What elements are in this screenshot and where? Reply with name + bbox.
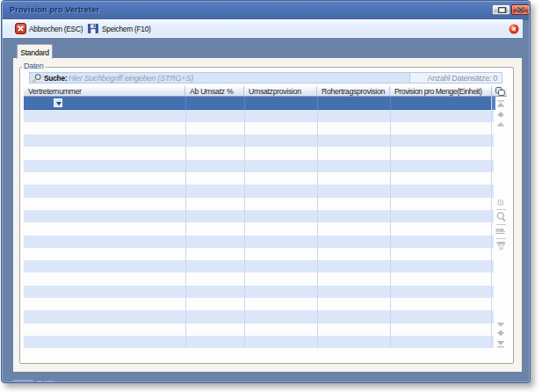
svg-text:XML: XML — [495, 228, 506, 233]
